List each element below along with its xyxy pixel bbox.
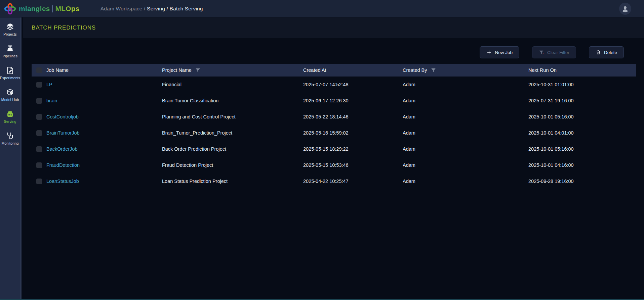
column-header-created-at: Created At: [303, 67, 403, 73]
created-by-cell: Adam: [403, 114, 528, 119]
column-header-created-by: Created By: [403, 67, 528, 73]
column-label: Job Name: [46, 67, 69, 73]
job-name-link[interactable]: brain: [46, 98, 57, 103]
page-title: BATCH PREDICTIONS: [32, 24, 96, 31]
column-label: Created By: [403, 67, 427, 73]
sidebar-item-experiments[interactable]: Experiments: [0, 66, 20, 80]
row-checkbox[interactable]: [36, 98, 42, 104]
table-row: CostControljob Planning and Cost Control…: [32, 109, 636, 125]
serving-server-icon: [6, 110, 14, 118]
job-name-link[interactable]: BackOrderJob: [46, 146, 78, 152]
clear-filter-button[interactable]: Clear Filter: [532, 46, 576, 58]
main-content: BATCH PREDICTIONS New Job Clear Filter D…: [23, 17, 644, 300]
table-header-row: Job Name Project Name Created At Created…: [32, 64, 636, 77]
sidebar-item-monitoring[interactable]: Monitoring: [0, 132, 20, 145]
row-checkbox[interactable]: [36, 82, 42, 88]
clear-filter-label: Clear Filter: [547, 50, 569, 55]
created-at-cell: 2025-05-22 18:14:46: [303, 114, 403, 119]
created-at-cell: 2025-05-16 15:59:02: [303, 130, 403, 136]
batch-jobs-table: Job Name Project Name Created At Created…: [32, 64, 636, 189]
created-at-cell: 2025-05-15 18:29:22: [303, 146, 403, 152]
created-at-cell: 2025-04-22 10:25:47: [303, 179, 403, 184]
sidebar-item-projects[interactable]: Projects: [0, 23, 20, 36]
new-job-button[interactable]: New Job: [480, 46, 519, 58]
top-header: mlangles | MLOps Adam Workspace / Servin…: [0, 0, 644, 17]
created-at-cell: 2025-06-17 12:26:30: [303, 98, 403, 103]
created-by-cell: Adam: [403, 162, 528, 168]
project-name-cell: Brain_Tumor_Prediction_Project: [162, 130, 303, 136]
sidebar-item-label: Experiments: [0, 76, 20, 80]
select-all-cell: [32, 67, 46, 73]
model-cube-icon: [6, 88, 14, 96]
table-row: BrainTumorJob Brain_Tumor_Prediction_Pro…: [32, 125, 636, 141]
plus-icon: [486, 50, 492, 55]
person-icon: [621, 4, 630, 13]
title-band: BATCH PREDICTIONS: [23, 17, 644, 38]
stethoscope-icon: [6, 132, 14, 140]
project-name-cell: Planning and Cost Control Project: [162, 114, 303, 119]
job-name-link[interactable]: FraudDetection: [46, 162, 80, 168]
breadcrumb-separator: /: [143, 6, 147, 11]
trash-icon: [596, 50, 601, 55]
sidebar-item-serving[interactable]: Serving: [0, 110, 20, 123]
next-run-on-cell: 2025-07-31 19:16:00: [528, 98, 636, 103]
job-name-link[interactable]: CostControljob: [46, 114, 79, 119]
column-header-next-run-on: Next Run On: [528, 67, 636, 73]
row-checkbox[interactable]: [36, 146, 42, 152]
breadcrumb-trail: Serving / Batch Serving: [147, 6, 203, 11]
column-label: Created At: [303, 67, 326, 73]
next-run-on-cell: 2025-10-01 04:16:00: [528, 162, 636, 168]
created-by-cell: Adam: [403, 98, 528, 103]
table-row: LP Financial 2025-07-07 14:52:48 Adam 20…: [32, 77, 636, 93]
sidebar-item-label: Monitoring: [1, 141, 18, 145]
created-at-cell: 2025-05-15 10:53:46: [303, 162, 403, 168]
created-by-cell: Adam: [403, 179, 528, 184]
user-avatar[interactable]: [619, 3, 631, 15]
job-name-link[interactable]: BrainTumorJob: [46, 130, 80, 136]
next-run-on-cell: 2025-10-01 05:16:00: [528, 146, 636, 152]
experiment-doc-icon: [6, 66, 14, 74]
job-name-link[interactable]: LoanStatusJob: [46, 179, 79, 184]
sidebar-item-label: Model Hub: [1, 98, 19, 102]
breadcrumb-workspace[interactable]: Adam Workspace: [100, 6, 143, 11]
brand-knot-icon: [3, 2, 17, 15]
select-all-checkbox[interactable]: [36, 67, 42, 73]
sidebar-item-model-hub[interactable]: Model Hub: [0, 88, 20, 102]
row-checkbox[interactable]: [36, 114, 42, 120]
project-name-cell: Back Order Prediction Project: [162, 146, 303, 152]
toolbar: New Job Clear Filter Delete: [23, 46, 644, 58]
created-at-cell: 2025-07-07 14:52:48: [303, 82, 403, 87]
layers-icon: [6, 23, 14, 31]
table-row: BackOrderJob Back Order Prediction Proje…: [32, 141, 636, 157]
next-run-on-cell: 2025-10-01 04:01:00: [528, 130, 636, 136]
table-row: brain Brain Tumor Classification 2025-06…: [32, 93, 636, 109]
row-checkbox[interactable]: [36, 130, 42, 136]
sidebar: ProjectsPipelinesExperimentsModel HubSer…: [0, 17, 22, 300]
brand-name-primary: mlangles: [19, 5, 50, 13]
next-run-on-cell: 2025-10-01 05:16:00: [528, 114, 636, 119]
new-job-label: New Job: [495, 50, 513, 55]
table-body: LP Financial 2025-07-07 14:52:48 Adam 20…: [32, 77, 636, 189]
row-checkbox[interactable]: [36, 162, 42, 168]
filter-clear-icon: [539, 50, 544, 55]
sidebar-item-label: Projects: [3, 32, 17, 36]
column-header-job-name: Job Name: [46, 67, 162, 73]
project-name-cell: Fraud Detection Project: [162, 162, 303, 168]
created-by-cell: Adam: [403, 130, 528, 136]
created-by-filter-icon[interactable]: [431, 67, 436, 73]
row-checkbox[interactable]: [36, 179, 42, 184]
pipeline-valve-icon: [6, 45, 14, 53]
job-name-link[interactable]: LP: [46, 82, 52, 87]
breadcrumb: Adam Workspace / Serving / Batch Serving: [100, 6, 203, 12]
brand-name-secondary: MLOps: [55, 5, 80, 13]
delete-label: Delete: [604, 50, 617, 55]
created-by-cell: Adam: [403, 146, 528, 152]
brand-separator: |: [52, 4, 54, 13]
column-label: Project Name: [162, 67, 192, 73]
next-run-on-cell: 2025-09-28 19:16:00: [528, 179, 636, 184]
project-name-filter-icon[interactable]: [195, 67, 201, 73]
column-label: Next Run On: [528, 67, 557, 73]
created-by-cell: Adam: [403, 82, 528, 87]
delete-button[interactable]: Delete: [589, 46, 624, 58]
sidebar-item-pipelines[interactable]: Pipelines: [0, 45, 20, 58]
